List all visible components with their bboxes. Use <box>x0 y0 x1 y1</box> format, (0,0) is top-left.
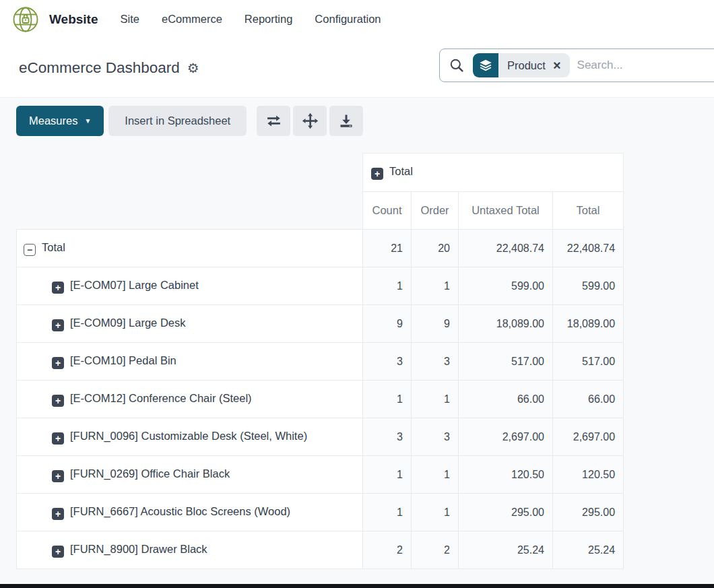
pivot-table: +Total CountOrderUntaxed TotalTotal −Tot… <box>16 153 624 569</box>
expand-plus-icon[interactable]: + <box>52 546 64 558</box>
pivot-row-label[interactable]: +[E-COM07] Large Cabinet <box>17 267 363 305</box>
row-label-text: Total <box>42 241 65 253</box>
pivot-cell[interactable]: 66.00 <box>553 381 624 418</box>
measures-label: Measures <box>29 115 77 127</box>
website-globe-lock-icon[interactable] <box>11 5 40 34</box>
pivot-row-label[interactable]: +[E-COM12] Conference Chair (Steel) <box>17 381 363 418</box>
search-bar[interactable]: Product × <box>439 48 714 82</box>
pivot-row-label[interactable]: +[E-COM10] Pedal Bin <box>17 343 363 381</box>
pivot-row-label[interactable]: +[FURN_6667] Acoustic Bloc Screens (Wood… <box>17 494 363 531</box>
pivot-row: −Total212022,408.7422,408.74 <box>17 230 624 267</box>
pivot-cell[interactable]: 1 <box>363 267 412 305</box>
search-facet-groupby[interactable]: Product × <box>473 53 570 77</box>
pivot-cell[interactable]: 9 <box>363 305 412 343</box>
pivot-cell[interactable]: 9 <box>412 305 459 343</box>
download-button[interactable] <box>329 106 363 136</box>
gear-icon[interactable]: ⚙ <box>187 61 199 75</box>
pivot-cell[interactable]: 3 <box>363 343 412 381</box>
row-label-text: [E-COM12] Conference Chair (Steel) <box>70 392 252 404</box>
pivot-row: +[E-COM09] Large Desk9918,089.0018,089.0… <box>17 305 624 343</box>
facet-label: Product <box>507 59 546 72</box>
search-input[interactable] <box>577 59 692 72</box>
pivot-cell[interactable]: 18,089.00 <box>459 305 553 343</box>
insert-in-spreadsheet-button[interactable]: Insert in Spreadsheet <box>108 106 247 136</box>
pivot-cell[interactable]: 3 <box>412 418 459 456</box>
pivot-cell[interactable]: 1 <box>363 381 412 418</box>
pivot-cell[interactable]: 22,408.74 <box>459 230 553 267</box>
nav-item-reporting[interactable]: Reporting <box>245 13 293 26</box>
expand-plus-icon[interactable]: + <box>52 432 64 445</box>
pivot-cell[interactable]: 3 <box>412 343 459 381</box>
pivot-row: +[FURN_6667] Acoustic Bloc Screens (Wood… <box>17 494 624 531</box>
expand-plus-icon[interactable]: + <box>371 168 383 180</box>
pivot-cell[interactable]: 120.50 <box>553 456 624 494</box>
pivot-cell[interactable]: 517.00 <box>459 343 553 381</box>
pivot-cell[interactable]: 1 <box>412 456 459 494</box>
pivot-row-label[interactable]: +[FURN_0269] Office Chair Black <box>17 456 363 494</box>
pivot-cell[interactable]: 295.00 <box>553 494 624 531</box>
expand-plus-icon[interactable]: + <box>52 470 64 482</box>
row-label-text: [E-COM07] Large Cabinet <box>70 279 199 291</box>
pivot-cell[interactable]: 120.50 <box>459 456 553 494</box>
pivot-row-label[interactable]: −Total <box>17 230 363 267</box>
download-icon <box>338 113 354 129</box>
flip-axis-icon <box>265 112 282 129</box>
pivot-cell[interactable]: 599.00 <box>459 267 553 305</box>
app-brand[interactable]: Website <box>49 12 98 27</box>
pivot-measure-header[interactable]: Untaxed Total <box>459 192 553 230</box>
pivot-cell[interactable]: 1 <box>412 494 459 531</box>
nav-item-site[interactable]: Site <box>121 13 139 26</box>
nav-item-ecommerce[interactable]: eCommerce <box>162 13 222 26</box>
flip-axis-button[interactable] <box>257 106 290 136</box>
pivot-cell[interactable]: 66.00 <box>459 381 553 418</box>
expand-plus-icon[interactable]: + <box>52 508 64 520</box>
pivot-corner-cell <box>17 192 363 230</box>
expand-plus-icon[interactable]: + <box>52 395 64 407</box>
expand-all-button[interactable] <box>293 106 327 136</box>
pivot-cell[interactable]: 21 <box>363 230 412 267</box>
pivot-cell[interactable]: 20 <box>412 230 459 267</box>
pivot-measure-header[interactable]: Total <box>553 192 624 230</box>
pivot-cell[interactable]: 1 <box>363 494 412 531</box>
pivot-cell[interactable]: 2,697.00 <box>459 418 553 456</box>
pivot-row: +[E-COM10] Pedal Bin33517.00517.00 <box>17 343 624 381</box>
pivot-cell[interactable]: 3 <box>363 418 412 456</box>
pivot-measure-header[interactable]: Count <box>363 192 412 230</box>
pivot-body: −Total212022,408.7422,408.74+[E-COM07] L… <box>17 230 624 569</box>
pivot-icon-buttons <box>257 106 363 136</box>
measures-button[interactable]: Measures ▼ <box>16 106 104 136</box>
page: Website SiteeCommerceReportingConfigurat… <box>0 0 714 588</box>
pivot-cell[interactable]: 1 <box>363 456 412 494</box>
pivot-cell[interactable]: 22,408.74 <box>553 230 624 267</box>
pivot-cell[interactable]: 25.24 <box>459 531 553 569</box>
pivot-cell[interactable]: 2 <box>412 531 459 569</box>
chevron-down-icon: ▼ <box>84 118 91 125</box>
arrows-move-icon <box>302 112 319 129</box>
pivot-cell[interactable]: 2,697.00 <box>553 418 624 456</box>
pivot-row-label[interactable]: +[FURN_8900] Drawer Black <box>17 531 363 569</box>
pivot-cell[interactable]: 599.00 <box>553 267 624 305</box>
pivot-cell[interactable]: 1 <box>412 267 459 305</box>
pivot-row-label[interactable]: +[E-COM09] Large Desk <box>17 305 363 343</box>
top-navbar: Website SiteeCommerceReportingConfigurat… <box>0 0 714 38</box>
collapse-minus-icon[interactable]: − <box>24 244 36 256</box>
pivot-measure-header[interactable]: Order <box>412 192 459 230</box>
pivot-cell[interactable]: 1 <box>412 381 459 418</box>
nav-menu: SiteeCommerceReportingConfiguration <box>98 13 381 26</box>
expand-plus-icon[interactable]: + <box>52 357 64 369</box>
expand-plus-icon[interactable]: + <box>52 319 64 331</box>
expand-plus-icon[interactable]: + <box>52 282 64 294</box>
nav-item-configuration[interactable]: Configuration <box>315 13 381 26</box>
pivot-col-group-header[interactable]: +Total <box>363 154 624 192</box>
pivot-cell[interactable]: 18,089.00 <box>553 305 624 343</box>
groupby-layers-icon <box>473 53 498 77</box>
pivot-cell[interactable]: 295.00 <box>459 494 553 531</box>
pivot-row-label[interactable]: +[FURN_0096] Customizable Desk (Steel, W… <box>17 418 363 456</box>
facet-body: Product × <box>498 53 570 77</box>
pivot-cell[interactable]: 25.24 <box>553 531 624 569</box>
pivot-cell[interactable]: 2 <box>363 531 412 569</box>
row-label-text: [FURN_8900] Drawer Black <box>70 543 207 555</box>
facet-remove-icon[interactable]: × <box>553 59 561 72</box>
pivot-cell[interactable]: 517.00 <box>553 343 624 381</box>
pivot-corner-cell <box>17 154 363 192</box>
